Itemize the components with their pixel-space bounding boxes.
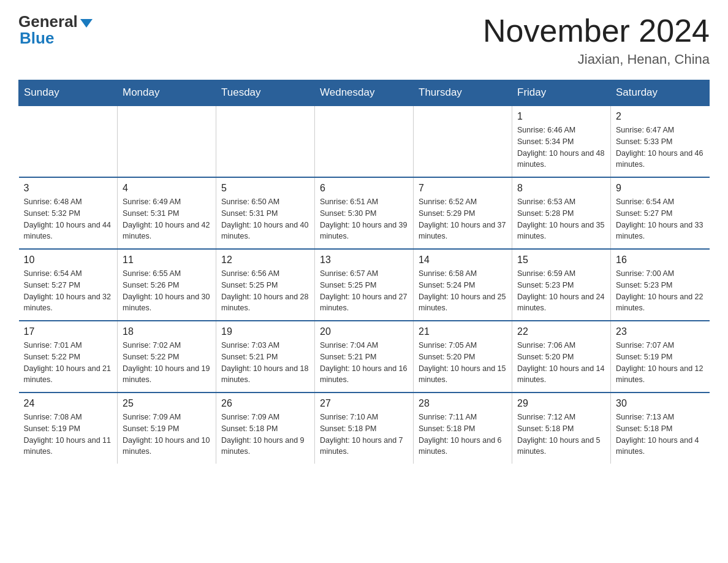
day-number: 18 [123, 326, 211, 337]
day-number: 25 [123, 398, 211, 409]
day-number: 8 [517, 183, 605, 194]
day-number: 4 [123, 183, 211, 194]
calendar-day-cell: 7Sunrise: 6:52 AMSunset: 5:29 PMDaylight… [414, 177, 512, 249]
calendar-day-cell: 21Sunrise: 7:05 AMSunset: 5:20 PMDayligh… [414, 321, 512, 393]
logo: General Blue [18, 12, 93, 48]
calendar-day-cell: 5Sunrise: 6:50 AMSunset: 5:31 PMDaylight… [216, 177, 315, 249]
day-number: 30 [616, 398, 705, 409]
calendar-day-cell: 10Sunrise: 6:54 AMSunset: 5:27 PMDayligh… [19, 249, 118, 321]
calendar-day-cell: 28Sunrise: 7:11 AMSunset: 5:18 PMDayligh… [414, 393, 512, 464]
day-info: Sunrise: 7:05 AMSunset: 5:20 PMDaylight:… [419, 340, 507, 386]
day-number: 2 [616, 111, 705, 122]
day-number: 14 [419, 255, 507, 266]
day-info: Sunrise: 6:58 AMSunset: 5:24 PMDaylight:… [419, 268, 507, 314]
day-info: Sunrise: 6:49 AMSunset: 5:31 PMDaylight:… [123, 196, 211, 242]
day-number: 11 [123, 255, 211, 266]
weekday-header-wednesday: Wednesday [315, 80, 414, 106]
calendar-day-cell: 3Sunrise: 6:48 AMSunset: 5:32 PMDaylight… [19, 177, 118, 249]
calendar-week-row: 24Sunrise: 7:08 AMSunset: 5:19 PMDayligh… [19, 393, 710, 464]
day-info: Sunrise: 6:47 AMSunset: 5:33 PMDaylight:… [616, 124, 705, 170]
calendar-day-cell: 18Sunrise: 7:02 AMSunset: 5:22 PMDayligh… [118, 321, 216, 393]
day-number: 23 [616, 326, 705, 337]
calendar-header-row: SundayMondayTuesdayWednesdayThursdayFrid… [19, 80, 710, 106]
calendar-day-cell: 25Sunrise: 7:09 AMSunset: 5:19 PMDayligh… [118, 393, 216, 464]
location-subtitle: Jiaxian, Henan, China [483, 52, 710, 67]
calendar-day-cell: 1Sunrise: 6:46 AMSunset: 5:34 PMDaylight… [512, 105, 611, 177]
day-info: Sunrise: 6:48 AMSunset: 5:32 PMDaylight:… [24, 196, 113, 242]
day-info: Sunrise: 7:07 AMSunset: 5:19 PMDaylight:… [616, 340, 705, 386]
weekday-header-thursday: Thursday [414, 80, 512, 106]
calendar-day-cell: 15Sunrise: 6:59 AMSunset: 5:23 PMDayligh… [512, 249, 611, 321]
day-number: 9 [616, 183, 705, 194]
calendar-day-cell: 19Sunrise: 7:03 AMSunset: 5:21 PMDayligh… [216, 321, 315, 393]
empty-cell [414, 105, 512, 177]
logo-arrow-icon [80, 19, 93, 28]
day-number: 10 [24, 255, 113, 266]
day-number: 12 [221, 255, 309, 266]
empty-cell [118, 105, 216, 177]
calendar-day-cell: 16Sunrise: 7:00 AMSunset: 5:23 PMDayligh… [611, 249, 710, 321]
empty-cell [19, 105, 118, 177]
day-number: 26 [221, 398, 309, 409]
calendar-day-cell: 6Sunrise: 6:51 AMSunset: 5:30 PMDaylight… [315, 177, 414, 249]
day-number: 5 [221, 183, 309, 194]
calendar-day-cell: 29Sunrise: 7:12 AMSunset: 5:18 PMDayligh… [512, 393, 611, 464]
calendar-day-cell: 30Sunrise: 7:13 AMSunset: 5:18 PMDayligh… [611, 393, 710, 464]
day-info: Sunrise: 7:09 AMSunset: 5:18 PMDaylight:… [221, 412, 309, 458]
calendar-day-cell: 26Sunrise: 7:09 AMSunset: 5:18 PMDayligh… [216, 393, 315, 464]
day-info: Sunrise: 6:46 AMSunset: 5:34 PMDaylight:… [517, 124, 605, 170]
day-info: Sunrise: 7:11 AMSunset: 5:18 PMDaylight:… [419, 412, 507, 458]
day-info: Sunrise: 6:53 AMSunset: 5:28 PMDaylight:… [517, 196, 605, 242]
calendar-day-cell: 23Sunrise: 7:07 AMSunset: 5:19 PMDayligh… [611, 321, 710, 393]
day-number: 29 [517, 398, 605, 409]
day-number: 1 [517, 111, 605, 122]
day-info: Sunrise: 7:08 AMSunset: 5:19 PMDaylight:… [24, 412, 113, 458]
logo-blue-text: Blue [20, 29, 54, 48]
calendar-title-area: November 2024 Jiaxian, Henan, China [483, 12, 710, 67]
day-info: Sunrise: 7:01 AMSunset: 5:22 PMDaylight:… [24, 340, 113, 386]
day-info: Sunrise: 6:56 AMSunset: 5:25 PMDaylight:… [221, 268, 309, 314]
calendar-week-row: 3Sunrise: 6:48 AMSunset: 5:32 PMDaylight… [19, 177, 710, 249]
day-info: Sunrise: 7:09 AMSunset: 5:19 PMDaylight:… [123, 412, 211, 458]
empty-cell [315, 105, 414, 177]
day-info: Sunrise: 7:03 AMSunset: 5:21 PMDaylight:… [221, 340, 309, 386]
day-number: 17 [24, 326, 113, 337]
page-header: General Blue November 2024 Jiaxian, Hena… [18, 12, 710, 67]
day-info: Sunrise: 6:54 AMSunset: 5:27 PMDaylight:… [616, 196, 705, 242]
day-info: Sunrise: 7:02 AMSunset: 5:22 PMDaylight:… [123, 340, 211, 386]
day-number: 20 [320, 326, 408, 337]
day-info: Sunrise: 6:51 AMSunset: 5:30 PMDaylight:… [320, 196, 408, 242]
day-number: 24 [24, 398, 113, 409]
day-info: Sunrise: 6:57 AMSunset: 5:25 PMDaylight:… [320, 268, 408, 314]
calendar-day-cell: 27Sunrise: 7:10 AMSunset: 5:18 PMDayligh… [315, 393, 414, 464]
calendar-day-cell: 13Sunrise: 6:57 AMSunset: 5:25 PMDayligh… [315, 249, 414, 321]
day-info: Sunrise: 6:54 AMSunset: 5:27 PMDaylight:… [24, 268, 113, 314]
day-info: Sunrise: 6:59 AMSunset: 5:23 PMDaylight:… [517, 268, 605, 314]
day-number: 16 [616, 255, 705, 266]
day-number: 19 [221, 326, 309, 337]
day-number: 21 [419, 326, 507, 337]
calendar-day-cell: 9Sunrise: 6:54 AMSunset: 5:27 PMDaylight… [611, 177, 710, 249]
day-number: 3 [24, 183, 113, 194]
day-info: Sunrise: 7:10 AMSunset: 5:18 PMDaylight:… [320, 412, 408, 458]
calendar-day-cell: 24Sunrise: 7:08 AMSunset: 5:19 PMDayligh… [19, 393, 118, 464]
month-year-title: November 2024 [483, 12, 710, 49]
calendar-week-row: 17Sunrise: 7:01 AMSunset: 5:22 PMDayligh… [19, 321, 710, 393]
calendar-week-row: 10Sunrise: 6:54 AMSunset: 5:27 PMDayligh… [19, 249, 710, 321]
empty-cell [216, 105, 315, 177]
weekday-header-tuesday: Tuesday [216, 80, 315, 106]
day-info: Sunrise: 6:52 AMSunset: 5:29 PMDaylight:… [419, 196, 507, 242]
day-number: 7 [419, 183, 507, 194]
day-info: Sunrise: 6:55 AMSunset: 5:26 PMDaylight:… [123, 268, 211, 314]
weekday-header-monday: Monday [118, 80, 216, 106]
day-info: Sunrise: 7:12 AMSunset: 5:18 PMDaylight:… [517, 412, 605, 458]
calendar-week-row: 1Sunrise: 6:46 AMSunset: 5:34 PMDaylight… [19, 105, 710, 177]
day-number: 22 [517, 326, 605, 337]
calendar-day-cell: 20Sunrise: 7:04 AMSunset: 5:21 PMDayligh… [315, 321, 414, 393]
day-number: 27 [320, 398, 408, 409]
day-info: Sunrise: 6:50 AMSunset: 5:31 PMDaylight:… [221, 196, 309, 242]
weekday-header-sunday: Sunday [19, 80, 118, 106]
day-info: Sunrise: 7:04 AMSunset: 5:21 PMDaylight:… [320, 340, 408, 386]
day-number: 28 [419, 398, 507, 409]
calendar-day-cell: 2Sunrise: 6:47 AMSunset: 5:33 PMDaylight… [611, 105, 710, 177]
